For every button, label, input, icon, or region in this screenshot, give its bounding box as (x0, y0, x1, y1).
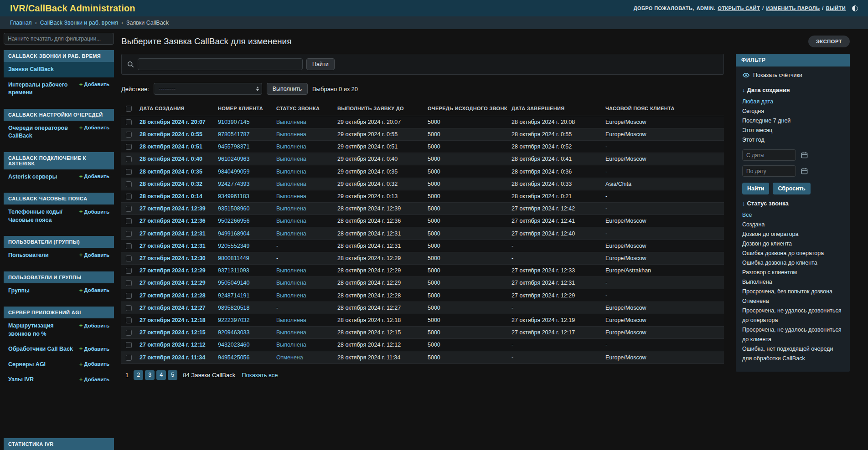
created-date-link[interactable]: 27 октября 2024 г. 12:39 (140, 205, 206, 212)
client-number-link[interactable]: 9840499059 (218, 169, 250, 175)
pagination-page-link[interactable]: 2 (134, 370, 143, 380)
row-checkbox[interactable] (126, 293, 132, 299)
select-all-checkbox[interactable] (126, 106, 132, 112)
sidebar-item-link[interactable]: Обработчики Call Back (8, 345, 73, 353)
sidebar-item-link[interactable]: Серверы AGI (8, 361, 46, 369)
show-all-link[interactable]: Показать все (242, 372, 278, 378)
client-number-link[interactable]: 9349961183 (218, 193, 249, 199)
calendar-icon[interactable] (799, 166, 809, 176)
column-header[interactable]: СТАТУС ЗВОНКА (272, 101, 333, 116)
client-number-link[interactable]: 9351508960 (218, 205, 250, 212)
change-password-link[interactable]: ИЗМЕНИТЬ ПАРОЛЬ (766, 5, 820, 11)
created-date-link[interactable]: 27 октября 2024 г. 11:34 (140, 354, 205, 361)
sidebar-add-link[interactable]: +Добавить (79, 346, 109, 352)
pagination-page-link[interactable]: 4 (156, 370, 166, 380)
client-number-link[interactable]: 9242774393 (218, 181, 250, 187)
logout-link[interactable]: ВЫЙТИ (826, 5, 846, 11)
row-checkbox[interactable] (126, 144, 132, 150)
filter-choice[interactable]: Этот год (742, 135, 843, 145)
sidebar-add-link[interactable]: +Добавить (79, 174, 109, 179)
calendar-icon[interactable] (799, 150, 809, 160)
row-checkbox[interactable] (126, 218, 132, 224)
sidebar-add-link[interactable]: +Добавить (79, 376, 109, 382)
filter-choice[interactable]: Последние 7 дней (742, 116, 843, 126)
client-number-link[interactable]: 9103907145 (218, 119, 250, 125)
row-checkbox[interactable] (126, 317, 132, 323)
search-button[interactable]: Найти (306, 58, 335, 70)
view-site-link[interactable]: ОТКРЫТЬ САЙТ (718, 5, 760, 11)
row-checkbox[interactable] (126, 194, 132, 199)
row-checkbox[interactable] (126, 181, 132, 187)
row-checkbox[interactable] (126, 132, 132, 138)
filter-choice[interactable]: Просрочена, не удалось дозвониться до оп… (742, 306, 843, 325)
row-checkbox[interactable] (126, 156, 132, 162)
filter-choice[interactable]: Отменена (742, 297, 843, 306)
row-checkbox[interactable] (126, 280, 132, 286)
client-number-link[interactable]: 9780541787 (218, 131, 250, 138)
filter-reset-button[interactable]: Сбросить (773, 183, 810, 194)
filter-find-button[interactable]: Найти (742, 183, 769, 194)
client-number-link[interactable]: 9499168904 (218, 230, 250, 237)
row-checkbox[interactable] (126, 206, 132, 212)
client-number-link[interactable]: 9205552349 (218, 243, 250, 249)
created-date-link[interactable]: 27 октября 2024 г. 12:15 (140, 329, 206, 336)
row-checkbox[interactable] (126, 119, 132, 125)
created-date-link[interactable]: 28 октября 2024 г. 0:40 (140, 156, 202, 162)
client-number-link[interactable]: 9248714191 (218, 292, 250, 299)
column-header[interactable]: ДАТА ЗАВЕРШЕНИЯ (507, 101, 601, 116)
pagination-page-link[interactable]: 3 (145, 370, 155, 380)
client-number-link[interactable]: 9371311093 (218, 267, 249, 274)
action-select[interactable]: --------- (154, 83, 262, 95)
row-checkbox[interactable] (126, 243, 132, 249)
filter-choice[interactable]: Любая дата (742, 97, 843, 107)
export-button[interactable]: ЭКСПОРТ (808, 36, 850, 47)
sidebar-add-link[interactable]: +Добавить (79, 82, 109, 87)
run-action-button[interactable]: Выполнить (267, 83, 308, 95)
created-date-link[interactable]: 28 октября 2024 г. 0:32 (140, 181, 202, 187)
row-checkbox[interactable] (126, 268, 132, 274)
filter-choice[interactable]: Ошибка дозвона до оператора (742, 249, 843, 258)
filter-choice[interactable]: Этот месяц (742, 126, 843, 135)
created-date-link[interactable]: 27 октября 2024 г. 12:29 (140, 280, 206, 286)
filter-choice[interactable]: Выполнена (742, 277, 843, 287)
app-title[interactable]: IVR/CallBack Administration (10, 3, 135, 14)
client-number-link[interactable]: 9455798371 (218, 143, 250, 150)
created-date-link[interactable]: 28 октября 2024 г. 0:55 (140, 131, 202, 138)
filter-choice[interactable]: Дозвон до оператора (742, 230, 843, 239)
created-date-link[interactable]: 27 октября 2024 г. 12:36 (140, 218, 206, 224)
client-number-link[interactable]: 9209463033 (218, 329, 250, 336)
filter-choice[interactable]: Просрочена, без попыток дозвона (742, 287, 843, 297)
filter-choice[interactable]: Все (742, 210, 843, 220)
pagination-page-link[interactable]: 5 (168, 370, 177, 380)
created-date-link[interactable]: 27 октября 2024 г. 12:12 (140, 342, 206, 348)
filter-choice[interactable]: Ошибка дозвона до клиента (742, 258, 843, 268)
created-date-link[interactable]: 27 октября 2024 г. 12:27 (140, 305, 206, 311)
row-checkbox[interactable] (126, 169, 132, 175)
row-checkbox[interactable] (126, 342, 132, 348)
client-number-link[interactable]: 9432023460 (218, 342, 250, 348)
search-input[interactable] (138, 58, 303, 70)
sidebar-add-link[interactable]: +Добавить (79, 252, 109, 258)
sidebar-add-link[interactable]: +Добавить (79, 322, 109, 328)
sidebar-item-link[interactable]: Интервалы рабочего времени (8, 81, 76, 97)
breadcrumb-section-link[interactable]: CallBack Звонки и раб. время (40, 20, 118, 26)
date-to-input[interactable] (742, 165, 796, 177)
sidebar-add-link[interactable]: +Добавить (79, 287, 109, 293)
sidebar-item-link[interactable]: Маршрутизация звонков по % (8, 322, 76, 338)
sidebar-add-link[interactable]: +Добавить (79, 125, 109, 131)
filter-choice[interactable]: Дозвон до клиента (742, 239, 843, 249)
sidebar-item-link[interactable]: Пользователи (8, 251, 49, 260)
created-date-link[interactable]: 28 октября 2024 г. 0:14 (140, 193, 202, 199)
sidebar-item-link[interactable]: Asterisk серверы (8, 173, 57, 181)
created-date-link[interactable]: 28 октября 2024 г. 0:51 (140, 143, 202, 150)
created-date-link[interactable]: 27 октября 2024 г. 12:28 (140, 292, 206, 299)
sidebar-add-link[interactable]: +Добавить (79, 209, 109, 215)
date-from-input[interactable] (742, 149, 796, 161)
filter-choice[interactable]: Просрочена, не удалось дозвониться до кл… (742, 325, 843, 344)
column-header[interactable]: ЧАСОВОЙ ПОЯС КЛИЕНТА (601, 101, 724, 116)
sidebar-item-link[interactable]: Телефонные коды/ Часовые пояса (8, 208, 76, 224)
created-date-link[interactable]: 28 октября 2024 г. 0:35 (140, 169, 202, 175)
row-checkbox[interactable] (126, 330, 132, 336)
sidebar-item-link[interactable]: Очереди операторов CallBack (8, 124, 76, 140)
filter-choice[interactable]: Создана (742, 220, 843, 230)
